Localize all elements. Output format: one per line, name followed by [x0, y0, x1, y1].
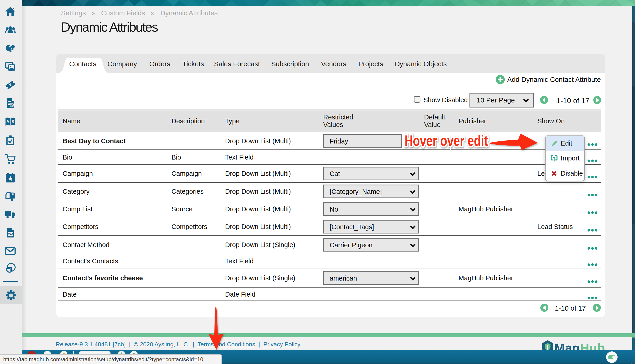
- svg-text:A: A: [6, 120, 9, 123]
- svg-text:$: $: [11, 103, 13, 107]
- svg-text:W2: W2: [8, 232, 13, 236]
- svg-text:Hover over edit: Hover over edit: [404, 132, 488, 149]
- svg-text:$: $: [12, 120, 14, 124]
